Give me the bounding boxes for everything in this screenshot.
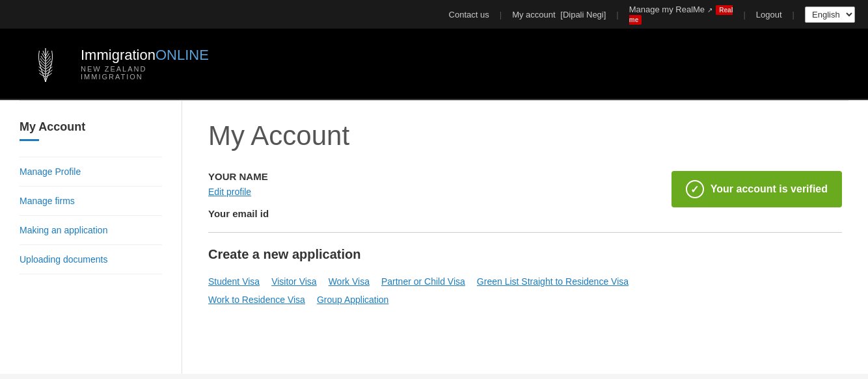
sidebar-item-making-application[interactable]: Making an application xyxy=(20,216,162,245)
contact-us-link[interactable]: Contact us xyxy=(449,10,489,20)
app-links: Student Visa Visitor Visa Work Visa Part… xyxy=(208,272,842,309)
site-title: ImmigrationONLINE xyxy=(81,47,209,64)
nz-immigration-logo xyxy=(20,38,72,90)
my-account-nav: My account [Dipali Negi] xyxy=(512,10,606,20)
student-visa-link[interactable]: Student Visa xyxy=(208,272,260,291)
visitor-visa-link[interactable]: Visitor Visa xyxy=(271,272,317,291)
your-name-label: YOUR NAME xyxy=(208,171,652,182)
top-navigation: Contact us | My account [Dipali Negi] | … xyxy=(0,0,868,29)
sidebar-title: My Account xyxy=(20,120,162,134)
sidebar-nav: Manage Profile Manage firms Making an ap… xyxy=(20,157,162,274)
app-links-row-2: Work to Residence Visa Group Application xyxy=(208,291,842,309)
verified-checkmark-icon: ✓ xyxy=(686,180,704,198)
external-link-icon: ↗ xyxy=(707,7,712,14)
create-app-title: Create a new application xyxy=(208,247,842,262)
profile-info: YOUR NAME Edit profile Your email id xyxy=(208,171,652,219)
sidebar-item-manage-firms[interactable]: Manage firms xyxy=(20,187,162,216)
content-divider xyxy=(208,232,842,233)
work-visa-link[interactable]: Work Visa xyxy=(329,272,370,291)
app-links-row-1: Student Visa Visitor Visa Work Visa Part… xyxy=(208,272,842,291)
email-label: Your email id xyxy=(208,208,652,219)
verified-badge: ✓ Your account is verified xyxy=(671,171,842,207)
edit-profile-link[interactable]: Edit profile xyxy=(208,187,251,197)
sidebar-item-uploading-documents[interactable]: Uploading documents xyxy=(20,245,162,274)
sidebar: My Account Manage Profile Manage firms M… xyxy=(0,101,182,374)
content-area: My Account YOUR NAME Edit profile Your e… xyxy=(182,101,868,374)
verified-text: Your account is verified xyxy=(711,183,828,195)
site-header: ImmigrationONLINE NEW ZEALANDIMMIGRATION xyxy=(0,29,868,100)
sidebar-underline xyxy=(20,139,39,141)
logo-area: ImmigrationONLINE NEW ZEALANDIMMIGRATION xyxy=(20,38,209,90)
logout-link[interactable]: Logout xyxy=(756,10,782,20)
profile-section: YOUR NAME Edit profile Your email id ✓ Y… xyxy=(208,171,842,219)
green-list-visa-link[interactable]: Green List Straight to Residence Visa xyxy=(477,272,629,291)
sidebar-item-manage-profile[interactable]: Manage Profile xyxy=(20,157,162,187)
partner-child-visa-link[interactable]: Partner or Child Visa xyxy=(381,272,465,291)
site-subtitle: NEW ZEALANDIMMIGRATION xyxy=(81,65,209,81)
manage-realme-link[interactable]: Manage my RealMe ↗ Realme xyxy=(629,5,733,24)
language-select[interactable]: English Māori xyxy=(805,7,855,23)
page-title: My Account xyxy=(208,120,842,151)
work-residence-visa-link[interactable]: Work to Residence Visa xyxy=(208,291,305,309)
group-application-link[interactable]: Group Application xyxy=(317,291,389,309)
main-layout: My Account Manage Profile Manage firms M… xyxy=(0,101,868,374)
